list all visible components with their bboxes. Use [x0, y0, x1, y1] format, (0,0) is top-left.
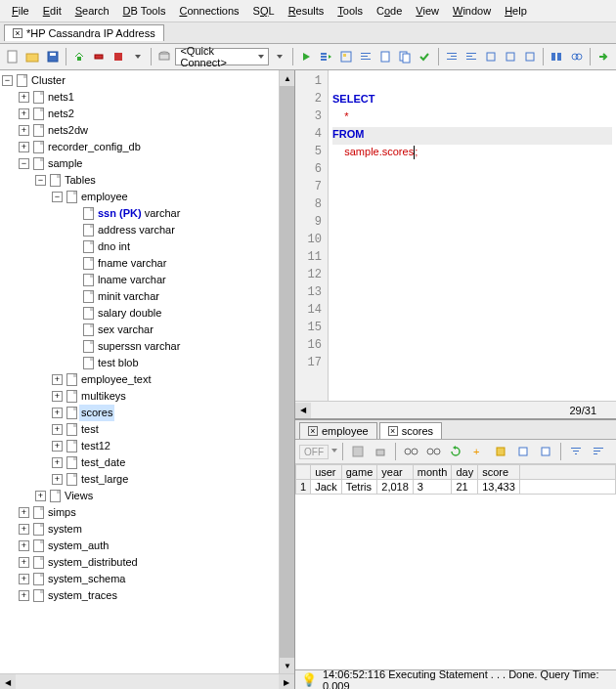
go-icon[interactable]	[594, 47, 612, 66]
expander-icon[interactable]: +	[19, 524, 29, 535]
expander-icon[interactable]: −	[19, 158, 29, 169]
tree-column[interactable]: lname varchar	[96, 272, 168, 288]
tree-tables[interactable]: Tables	[63, 172, 98, 189]
result-tab-scores[interactable]: × scores	[379, 422, 442, 439]
run-icon[interactable]	[297, 47, 315, 66]
tree-keyspace[interactable]: system	[46, 521, 84, 538]
page1-icon[interactable]	[376, 47, 394, 66]
tree-keyspace[interactable]: simps	[46, 504, 78, 521]
expander-icon[interactable]: +	[19, 590, 29, 601]
menu-help[interactable]: Help	[499, 3, 533, 19]
glasses2-icon[interactable]	[423, 442, 443, 461]
expander-icon[interactable]: +	[35, 491, 46, 501]
scroll-up-icon[interactable]: ▲	[280, 70, 294, 86]
hscroll-left-icon[interactable]: ◀	[295, 403, 311, 418]
grid-cell[interactable]: 21	[452, 480, 478, 495]
expander-icon[interactable]: +	[52, 374, 63, 385]
expander-icon[interactable]: −	[52, 192, 63, 202]
tree-table[interactable]: test	[79, 421, 101, 438]
menu-search[interactable]: Search	[69, 3, 115, 19]
link-icon[interactable]	[568, 47, 586, 66]
connect-icon[interactable]	[70, 47, 88, 66]
editor-code[interactable]: SELECT *FROM sample.scores;	[329, 70, 616, 401]
tree-table[interactable]: multikeys	[79, 388, 128, 405]
grid-header[interactable]: game	[341, 465, 377, 480]
grid-cell[interactable]: 13,433	[478, 480, 520, 495]
copy-icon[interactable]	[536, 442, 555, 461]
grid-header[interactable]: year	[377, 465, 414, 480]
grid-cell[interactable]: 2,018	[377, 480, 414, 495]
off-toggle[interactable]: OFF	[299, 445, 329, 459]
expander-icon[interactable]: +	[19, 540, 29, 551]
t1-icon[interactable]	[482, 47, 500, 66]
tree-keyspace[interactable]: nets2dw	[46, 122, 90, 139]
scroll-down-icon[interactable]: ▼	[280, 658, 294, 673]
tree-table[interactable]: test_large	[79, 471, 130, 488]
menu-connections[interactable]: Connections	[173, 3, 244, 19]
group-icon[interactable]	[548, 47, 565, 66]
page2-icon[interactable]	[396, 47, 414, 66]
new-file-icon[interactable]	[4, 47, 22, 66]
edit-row-icon[interactable]	[491, 442, 510, 461]
menu-tools[interactable]: Tools	[331, 3, 369, 19]
expander-icon[interactable]: +	[19, 574, 29, 584]
grid-header[interactable]: month	[413, 465, 452, 480]
dropdown2-icon[interactable]	[271, 47, 288, 66]
tree-column[interactable]: ssn (PK) varchar	[96, 205, 182, 222]
grid-header[interactable]: score	[478, 465, 520, 480]
tree-views[interactable]: Views	[63, 488, 95, 504]
open-folder-icon[interactable]	[23, 47, 41, 66]
tree-keyspace[interactable]: recorder_config_db	[46, 139, 143, 155]
grid-header[interactable]: day	[452, 465, 478, 480]
run-list-icon[interactable]	[317, 47, 334, 66]
expander-icon[interactable]: +	[52, 391, 63, 402]
chevron-down-icon[interactable]	[331, 445, 337, 458]
menu-results[interactable]: Results	[283, 3, 330, 19]
close-tab-icon[interactable]: ×	[13, 28, 22, 38]
grid-header[interactable]: user	[311, 465, 342, 480]
grid-rownum[interactable]: 1	[296, 480, 311, 495]
menu-view[interactable]: View	[410, 3, 445, 19]
close-icon[interactable]: ×	[308, 426, 318, 436]
grid-cell[interactable]: 3	[413, 480, 452, 495]
t2-icon[interactable]	[502, 47, 519, 66]
tree-column[interactable]: test blob	[96, 355, 141, 371]
tree-keyspace[interactable]: system_auth	[46, 538, 110, 554]
tree-table[interactable]: test_date	[79, 454, 127, 471]
expander-icon[interactable]: −	[35, 175, 46, 186]
expander-icon[interactable]: +	[19, 125, 29, 136]
expander-icon[interactable]: +	[19, 108, 29, 119]
tree-column[interactable]: superssn varchar	[96, 338, 182, 355]
glasses-icon[interactable]	[401, 442, 420, 461]
expander-icon[interactable]: +	[19, 557, 29, 568]
disconnect-icon[interactable]	[90, 47, 108, 66]
menu-dbtools[interactable]: DB Tools	[117, 3, 172, 19]
expander-icon[interactable]: +	[19, 507, 29, 518]
t3-icon[interactable]	[521, 47, 539, 66]
tree-keyspace[interactable]: system_distributed	[46, 554, 140, 571]
save-results-icon[interactable]	[348, 442, 368, 461]
save-icon[interactable]	[43, 47, 61, 66]
expander-icon[interactable]: +	[52, 408, 63, 418]
menu-sql[interactable]: SQL	[247, 3, 281, 19]
document-tab[interactable]: × *HP Cassandra IP Address	[4, 24, 164, 41]
print-icon[interactable]	[371, 442, 390, 461]
expander-icon[interactable]: +	[19, 142, 29, 152]
tree-column[interactable]: address varchar	[96, 222, 177, 238]
align-icon[interactable]	[357, 47, 374, 66]
quick-connect-dropdown[interactable]: <Quick Connect>	[175, 48, 269, 65]
close-icon[interactable]: ×	[388, 426, 398, 436]
tree-column[interactable]: sex varchar	[96, 322, 155, 338]
format-icon[interactable]	[337, 47, 355, 66]
delete-row-icon[interactable]	[513, 442, 533, 461]
dropdown-icon[interactable]	[129, 47, 147, 66]
tree-table[interactable]: test12	[79, 438, 112, 454]
tree-column[interactable]: dno int	[96, 238, 132, 255]
tree-column[interactable]: fname varchar	[96, 255, 168, 272]
menu-file[interactable]: File	[6, 3, 35, 19]
tree-keyspace[interactable]: nets2	[46, 106, 76, 122]
tree-column[interactable]: salary double	[96, 305, 163, 322]
expander-icon[interactable]: −	[2, 75, 13, 86]
scroll-left-icon[interactable]: ◀	[0, 674, 16, 689]
grid-cell[interactable]: Tetris	[341, 480, 377, 495]
